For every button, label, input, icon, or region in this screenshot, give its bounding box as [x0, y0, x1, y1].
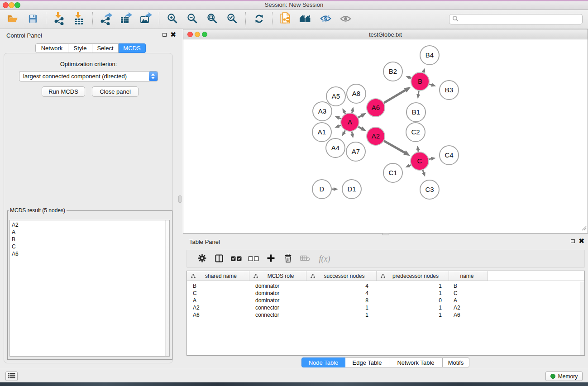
zoom-selected-icon	[227, 13, 238, 25]
control-panel-title: Control Panel	[6, 32, 42, 39]
criterion-dropdown[interactable]: largest connected component (directed)	[19, 71, 158, 81]
edge-arrowhead	[422, 68, 425, 73]
export-image-button[interactable]	[138, 11, 154, 28]
network-window-titlebar: testGlobe.txt	[183, 29, 588, 39]
split-divider-handle[interactable]	[178, 195, 182, 203]
export-network-button[interactable]	[98, 11, 114, 28]
zoom-in-button[interactable]	[164, 11, 181, 28]
node-label-C4: C4	[445, 151, 453, 159]
open-session-button[interactable]	[5, 11, 21, 28]
edge-A6-B[interactable]	[384, 90, 406, 103]
network-canvas[interactable]: B4B2BB3A5A8A6A3B1AA1C2A2A4A7C4CC1C3DD1	[183, 39, 588, 233]
hide-graphics-details-button[interactable]	[317, 11, 334, 28]
edge-A2-C[interactable]	[384, 141, 405, 152]
home-view-button[interactable]	[297, 11, 314, 28]
table-row[interactable]: B dominator 4 1 B	[187, 282, 580, 290]
run-mcds-button[interactable]: Run MCDS	[42, 86, 85, 97]
table-header-filler	[488, 271, 584, 281]
app-titlebar: Session: New Session	[0, 0, 588, 10]
toolbar-separator	[92, 12, 93, 27]
edge-A-A2[interactable]	[358, 127, 362, 129]
control-panel-tabs: Network Style Select MCDS	[35, 43, 146, 53]
tab-edge-table[interactable]: Edge Table	[345, 357, 389, 367]
table-settings-button[interactable]	[194, 252, 210, 266]
edge-B-B3[interactable]	[429, 84, 432, 85]
node-label-B3: B3	[445, 86, 453, 94]
dropdown-stepper-icon	[149, 71, 158, 81]
import-table-icon	[73, 12, 85, 26]
tab-node-table[interactable]: Node Table	[301, 357, 345, 367]
delete-column-button[interactable]	[280, 252, 296, 266]
refresh-view-button[interactable]	[251, 11, 267, 28]
add-column-button[interactable]	[263, 252, 278, 266]
show-graphics-details-button[interactable]	[337, 11, 354, 28]
search-field[interactable]	[449, 14, 583, 24]
toolbar-separator	[245, 12, 246, 27]
unselect-all-button[interactable]	[246, 252, 261, 266]
node-label-A3: A3	[318, 107, 326, 115]
tab-mcds[interactable]: MCDS	[119, 43, 146, 53]
column-layout-button[interactable]	[211, 252, 227, 266]
search-input[interactable]	[459, 15, 582, 24]
node-label-A: A	[348, 118, 352, 126]
import-table-button[interactable]	[71, 11, 87, 28]
float-panel-icon[interactable]	[163, 33, 167, 37]
table-scrollbar[interactable]	[580, 281, 584, 355]
result-list-scrollbar[interactable]	[165, 220, 169, 356]
tab-style[interactable]: Style	[68, 43, 92, 53]
import-network-icon	[53, 12, 65, 26]
result-item: A2	[10, 221, 169, 229]
edge-A-A6[interactable]	[358, 115, 362, 118]
result-item: B	[10, 236, 169, 243]
delete-table-button[interactable]	[297, 252, 313, 266]
toolbar-separator	[46, 12, 46, 27]
zoom-selected-button[interactable]	[224, 11, 240, 28]
right-column: testGlobe.txt B4B2BB3A5A8A6A3B1AA1C2A2A4…	[183, 29, 588, 369]
gear-icon	[198, 254, 206, 264]
table-panel: Table Panel ✖	[183, 235, 588, 369]
tab-network-table[interactable]: Network Table	[389, 357, 443, 367]
column-header-name[interactable]: name	[449, 271, 488, 281]
column-header-successor-nodes[interactable]: successor nodes	[306, 271, 377, 281]
table-header-row: shared name MCDS role successor nodes pr…	[187, 271, 584, 281]
table-row[interactable]: A dominator 8 0 A	[187, 297, 580, 304]
task-history-button[interactable]	[5, 372, 18, 381]
memory-button[interactable]: Memory	[545, 372, 583, 381]
function-builder-button[interactable]: f(x)	[315, 252, 335, 266]
column-header-mcds-role[interactable]: MCDS role	[249, 271, 306, 281]
control-panel-header: Control Panel ✖	[0, 29, 177, 42]
column-header-predecessor-nodes[interactable]: predecessor nodes	[377, 271, 449, 281]
tab-network[interactable]: Network	[35, 43, 68, 53]
table-row[interactable]: A2 connector 1 1 A2	[187, 304, 580, 311]
close-panel-icon[interactable]: ✖	[578, 237, 584, 246]
network-from-file-button[interactable]	[277, 11, 294, 28]
tab-select[interactable]: Select	[92, 43, 119, 53]
table-panel-tabs: Node Table Edge Table Network Table Moti…	[183, 357, 588, 367]
column-header-shared-name[interactable]: shared name	[187, 271, 249, 281]
close-panel-button[interactable]: Close panel	[92, 86, 139, 97]
float-panel-icon[interactable]	[571, 239, 575, 243]
node-label-A7: A7	[352, 148, 360, 155]
desktop-wallpaper-strip	[0, 382, 588, 386]
tab-motifs[interactable]: Motifs	[443, 357, 469, 367]
export-table-button[interactable]	[118, 11, 134, 28]
application-window: Session: New Session	[0, 0, 588, 386]
edge-B-B1[interactable]	[418, 91, 419, 95]
table-row[interactable]: A6 connector 1 1 A6	[187, 311, 580, 319]
import-network-button[interactable]	[51, 11, 67, 28]
double-house-icon	[299, 14, 312, 24]
zoom-fit-button[interactable]	[204, 11, 220, 28]
table-row[interactable]: C dominator 4 1 C	[187, 290, 580, 297]
node-label-A1: A1	[318, 128, 326, 136]
edge-arrowhead	[405, 164, 410, 167]
save-floppy-icon	[29, 14, 37, 24]
resize-grip-icon[interactable]	[581, 225, 587, 232]
node-label-A4: A4	[331, 144, 339, 152]
delete-table-icon	[300, 255, 310, 263]
close-panel-icon[interactable]: ✖	[170, 30, 176, 39]
save-session-button[interactable]	[24, 11, 41, 28]
select-all-button[interactable]	[229, 252, 244, 266]
edge-C-C3[interactable]	[423, 170, 424, 173]
edge-arrowhead	[431, 83, 436, 87]
zoom-out-button[interactable]	[184, 11, 201, 28]
